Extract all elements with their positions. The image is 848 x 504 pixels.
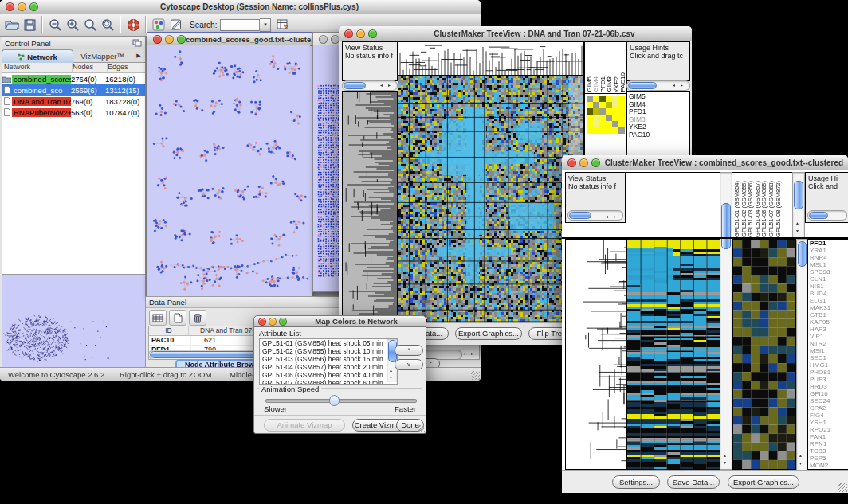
gene-label[interactable]: SPC98 bbox=[808, 268, 848, 275]
gene-label[interactable]: PAC10 bbox=[627, 131, 689, 139]
tv1-zoom-matrix[interactable] bbox=[587, 96, 625, 134]
tv1-global-heatmap[interactable] bbox=[398, 75, 584, 323]
select-attributes-icon[interactable] bbox=[149, 310, 167, 326]
zoom-in-icon[interactable] bbox=[64, 16, 81, 33]
zoom-matrix-cell[interactable] bbox=[599, 96, 606, 102]
data-col-id[interactable]: ID bbox=[149, 326, 189, 335]
gene-label[interactable]: HMG1 bbox=[808, 361, 848, 369]
zoom-matrix-cell[interactable] bbox=[587, 96, 593, 102]
gene-label[interactable]: BUD4 bbox=[808, 290, 848, 297]
scroll-down-icon[interactable]: ▾ bbox=[799, 461, 802, 466]
resize-grip[interactable] bbox=[418, 425, 425, 432]
gene-label[interactable]: RNR4 bbox=[808, 254, 848, 261]
close-button[interactable] bbox=[153, 35, 162, 44]
tv1-gene-dendrogram[interactable] bbox=[342, 91, 398, 323]
gene-label[interactable]: NIS1 bbox=[808, 283, 848, 290]
scroll-right-icon[interactable]: ▸ bbox=[388, 83, 391, 88]
attribute-list-item[interactable]: GPL51-02 (GSM855) heat shock 10 min bbox=[260, 347, 397, 355]
main-titlebar[interactable]: Cytoscape Desktop (Session Name: collins… bbox=[0, 0, 481, 14]
col-header-nodes[interactable]: Nodes bbox=[73, 63, 108, 72]
zoom-matrix-cell[interactable] bbox=[593, 96, 599, 102]
zoom-matrix-cell[interactable] bbox=[587, 127, 593, 134]
close-button[interactable] bbox=[567, 158, 576, 167]
network-list-row[interactable]: combined_scores2764(0)16218(0) bbox=[2, 73, 145, 84]
annotation-icon[interactable] bbox=[167, 16, 185, 33]
gene-label[interactable]: SEC1 bbox=[808, 354, 848, 361]
network-graph-canvas[interactable] bbox=[147, 45, 310, 295]
network-list-row[interactable]: DNA and Tran 07769(0)183728(0) bbox=[2, 96, 145, 107]
attribute-list-item[interactable]: GPL51-06 (GSM865) heat shock 40 min bbox=[260, 371, 397, 379]
zoom-matrix-cell[interactable] bbox=[593, 115, 599, 121]
zoom-button[interactable] bbox=[177, 35, 186, 44]
gene-label[interactable]: PHO81 bbox=[808, 369, 848, 376]
zoom-button[interactable] bbox=[591, 158, 600, 167]
zoom-matrix-cell[interactable] bbox=[593, 121, 599, 127]
zoom-matrix-cell[interactable] bbox=[612, 102, 618, 108]
attribute-list-item[interactable]: GPL51-04 (GSM857) heat shock 20 min bbox=[260, 363, 397, 371]
attribute-listbox[interactable]: GPL51-01 (GSM854) heat shock 05 minGPL51… bbox=[259, 338, 398, 385]
array-label[interactable]: GIM5 bbox=[587, 76, 592, 92]
resize-grip[interactable] bbox=[838, 483, 847, 492]
gene-label[interactable]: MON2 bbox=[808, 462, 848, 469]
gene-label[interactable]: KAP95 bbox=[808, 318, 848, 326]
tv2-gene-dendrogram[interactable] bbox=[565, 239, 627, 470]
tv2-zoom-vscrollbar[interactable]: ▴ ▾ bbox=[796, 239, 808, 471]
gene-label[interactable]: MSL1 bbox=[808, 261, 848, 268]
help-lifering-icon[interactable] bbox=[124, 16, 142, 33]
zoom-button[interactable] bbox=[29, 2, 38, 11]
resize-grip[interactable] bbox=[471, 371, 480, 380]
zoom-matrix-cell[interactable] bbox=[612, 108, 618, 115]
gene-label[interactable]: RPN1 bbox=[808, 440, 848, 447]
array-label[interactable]: GPL51-08 (GSM872) bbox=[775, 181, 783, 237]
gene-label[interactable]: MSI1 bbox=[808, 347, 848, 354]
tv1-array-dendrogram[interactable] bbox=[398, 41, 584, 76]
scroll-up-icon[interactable]: ▴ bbox=[390, 368, 392, 373]
zoom-matrix-cell[interactable] bbox=[587, 121, 593, 127]
network-list-row[interactable]: combined_sco2569(6)13112(15) bbox=[2, 84, 145, 96]
tv2-global-heatmap[interactable] bbox=[626, 239, 720, 470]
gene-label[interactable]: GTB1 bbox=[808, 311, 848, 318]
array-label[interactable]: GIM4 bbox=[593, 76, 599, 92]
zoom-matrix-cell[interactable] bbox=[618, 121, 625, 127]
gene-label[interactable]: PFD1 bbox=[808, 240, 848, 247]
minimize-button[interactable] bbox=[579, 158, 588, 167]
zoom-matrix-cell[interactable] bbox=[599, 127, 606, 134]
new-attribute-icon[interactable] bbox=[169, 310, 186, 326]
overview-canvas[interactable] bbox=[2, 275, 145, 368]
settings-button[interactable]: Settings... bbox=[612, 475, 660, 489]
close-button[interactable] bbox=[319, 35, 328, 44]
scroll-up-icon[interactable]: ▴ bbox=[724, 453, 726, 458]
gene-label[interactable]: HAP3 bbox=[808, 326, 848, 333]
scroll-right-icon[interactable]: ▸ bbox=[471, 351, 473, 356]
gene-label[interactable]: ELG1 bbox=[808, 297, 848, 304]
attribute-list-item[interactable]: GPL51-01 (GSM854) heat shock 05 min bbox=[260, 339, 397, 347]
zoom-matrix-cell[interactable] bbox=[599, 115, 606, 121]
zoom-matrix-cell[interactable] bbox=[612, 96, 618, 102]
scroll-down-icon[interactable]: ▾ bbox=[796, 229, 799, 233]
zoom-out-icon[interactable] bbox=[46, 16, 64, 33]
zoom-button[interactable] bbox=[279, 318, 287, 326]
scroll-left-icon[interactable]: ◂ bbox=[380, 83, 383, 88]
zoom-matrix-cell[interactable] bbox=[599, 121, 606, 127]
gene-label[interactable]: GPI16 bbox=[808, 390, 848, 397]
zoom-matrix-cell[interactable] bbox=[599, 108, 606, 115]
close-button[interactable] bbox=[6, 2, 14, 11]
zoom-matrix-cell[interactable] bbox=[593, 127, 599, 134]
zoom-matrix-cell[interactable] bbox=[612, 127, 618, 134]
gene-label[interactable]: PEP5 bbox=[808, 455, 848, 462]
gene-label[interactable]: RPO21 bbox=[808, 426, 848, 433]
export-graphics-button[interactable]: Export Graphics... bbox=[728, 475, 799, 489]
slider-thumb[interactable] bbox=[329, 395, 340, 406]
zoom-matrix-cell[interactable] bbox=[618, 108, 625, 115]
scroll-right-icon[interactable]: ▸ bbox=[614, 214, 616, 219]
gene-label[interactable]: MAK31 bbox=[808, 304, 848, 311]
array-label[interactable]: GIM3 bbox=[607, 76, 612, 92]
animate-vizmap-button[interactable]: Animate Vizmap bbox=[264, 419, 345, 432]
zoom-matrix-cell[interactable] bbox=[612, 121, 618, 127]
move-up-button[interactable]: ^ bbox=[395, 345, 423, 356]
gene-label[interactable]: HRD3 bbox=[808, 383, 848, 390]
tv2-main-vscrollbar[interactable]: ▴ ▾ bbox=[720, 172, 732, 470]
scroll-left-icon[interactable]: ◂ bbox=[463, 351, 465, 356]
attribute-list-item[interactable]: GPL51-07 (GSM868) heat shock 60 min bbox=[260, 379, 397, 385]
zoom-matrix-cell[interactable] bbox=[618, 102, 625, 108]
